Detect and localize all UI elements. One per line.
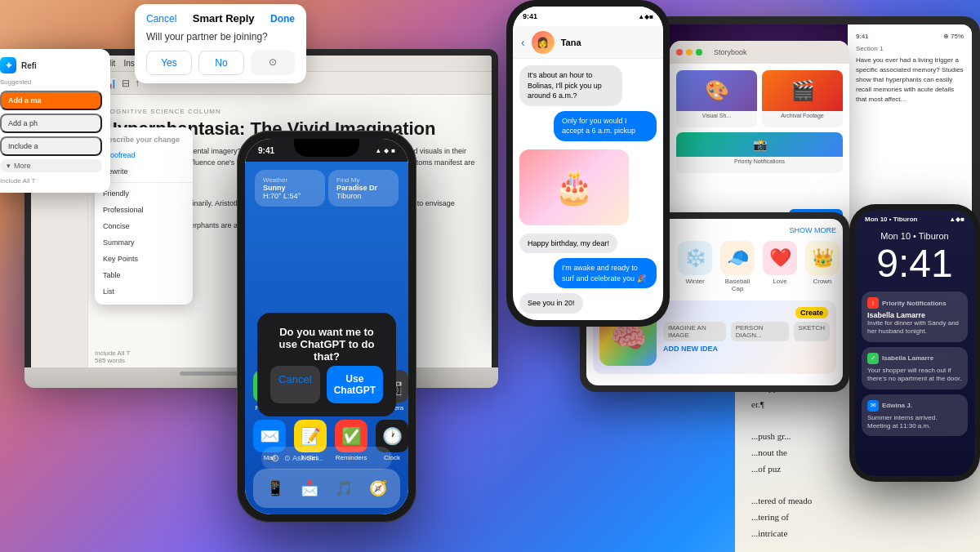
sb-close[interactable] (676, 49, 683, 56)
iphone-msg-screen: 9:41 ▲◆■ ‹ 👩 Tana It's about an hour to … (513, 7, 663, 320)
notif-1-icon: ! (867, 297, 879, 309)
iphone-home-content: Weather Sunny H:70° L:54° Find My Paradi… (245, 162, 408, 514)
home-widgets: Weather Sunny H:70° L:54° Find My Paradi… (253, 170, 400, 210)
wt-list[interactable]: List (95, 283, 193, 300)
ai-suggestion-2[interactable]: Add a ph (0, 114, 102, 133)
dialog-cancel-button[interactable]: Cancel (270, 366, 320, 403)
ai-logo: ✦ (0, 57, 16, 73)
sugg-item-winter[interactable]: ❄️ Winter (678, 241, 712, 292)
iphone-front-statusbar: 9:41 ▲◆■ (245, 139, 408, 162)
dock-phone[interactable]: 📱 (261, 474, 290, 503)
ipad-content-text: Have you ever had a living trigger a spe… (856, 56, 964, 105)
notif-3-icon: ✉ (867, 400, 879, 412)
dock-mail[interactable]: 📩 (295, 474, 324, 503)
wt-friendly[interactable]: Friendly (95, 185, 193, 202)
siri-bar[interactable]: ⊙ ⊙ Ask Siri... (261, 447, 392, 470)
lock-notif-3[interactable]: ✉ Edwina J. Summer interns arrived. Meet… (862, 394, 968, 437)
wt-concise[interactable]: Concise (95, 218, 193, 234)
word-count: Include All T 585 words (95, 349, 130, 364)
sb-item-2-img: 🎬 (762, 70, 843, 111)
contact-avatar: 👩 (532, 31, 555, 54)
ai-suggested-label: Suggested (0, 78, 102, 86)
lock-time: 9:41 (855, 244, 974, 283)
cap-label: Baseball Cap (720, 278, 755, 292)
findmy-location: Paradise Dr (336, 184, 390, 192)
notif-3-body: Summer interns arrived. Meeting at 11:30… (867, 414, 962, 431)
msg-incoming-1: It's about an hour to Bolinas, I'll pick… (519, 65, 622, 106)
ipad-statusbar: 9:41 ⊕ 75% (856, 33, 964, 40)
sr-no-button[interactable]: No (198, 51, 244, 75)
weather-city: Sunny (263, 184, 317, 192)
sr-options: Yes No ⊙ (146, 51, 295, 75)
sb-item-2-label: Archival Footage (762, 111, 843, 120)
imagine-badge[interactable]: IMAGINE AN IMAGE (663, 322, 726, 341)
sb-traffic-lights (676, 49, 702, 56)
smart-reply-panel: Cancel Smart Reply Done Will your partne… (135, 4, 306, 83)
sr-dots-button[interactable]: ⊙ (251, 51, 295, 75)
sugg-item-cap[interactable]: 🧢 Baseball Cap (720, 241, 755, 292)
dialog-buttons: Cancel Use ChatGPT (270, 366, 383, 403)
dialog-confirm-button[interactable]: Use ChatGPT (327, 366, 383, 403)
notif-1-header: ! Priority Notifications (867, 297, 962, 309)
crown-label: Crown (813, 278, 831, 285)
findmy-widget[interactable]: Find My Paradise Dr Tiburon (328, 170, 399, 207)
ipad-section-label: Section 1 (856, 45, 964, 52)
sb-item-3[interactable]: 📸 Priority Notifications (676, 132, 843, 173)
sugg-item-love[interactable]: ❤️ Love (763, 241, 797, 292)
lock-notif-2[interactable]: ✓ Isabella Lamarre Your shopper will rea… (862, 347, 968, 390)
sb-item-3-label: Priority Notifications (676, 157, 843, 166)
sketch-badge[interactable]: SKETCH (794, 322, 830, 341)
table-icon[interactable]: ⊟ (122, 78, 130, 89)
sb-item-2[interactable]: 🎬 Archival Footage (762, 70, 843, 127)
lock-notif-1[interactable]: ! Priority Notifications Isabella Lamarr… (862, 292, 968, 342)
iphone-lock-screen: Mon 10 • Tiburon ▲◆■ Mon 10 • Tiburon 9:… (855, 210, 974, 476)
msg-status-icons: ▲◆■ (638, 13, 653, 20)
notif-1-body: Invite for dinner with Sandy and her hus… (867, 319, 962, 336)
sb-min[interactable] (686, 49, 693, 56)
notif-1-app: Priority Notifications (882, 300, 947, 307)
iphone-front-screen: 9:41 ▲◆■ Weather Sunny H:70° L:54° (245, 139, 408, 514)
sr-cancel-button[interactable]: Cancel (146, 13, 176, 24)
crown-icon: 👑 (805, 241, 840, 275)
notif-3-header: ✉ Edwina J. (867, 400, 962, 412)
wt-table[interactable]: Table (95, 267, 193, 283)
scene:  Pages File Edit Insert Format Arrange … (0, 0, 980, 552)
sugg-item-crown[interactable]: 👑 Crown (805, 241, 840, 292)
msg-header: ‹ 👩 Tana (513, 26, 663, 59)
ai-more-button[interactable]: ▾ More (0, 159, 102, 172)
lock-date: Mon 10 • Tiburon (855, 231, 974, 241)
ai-footer: Include All T (0, 177, 102, 185)
sr-yes-button[interactable]: Yes (146, 51, 192, 75)
sb-toolbar: Storybook (670, 41, 849, 64)
doc-category: COGNITIVE SCIENCE COLUMN (105, 108, 475, 115)
sugg-show-more[interactable]: SHOW MORE (790, 226, 837, 234)
msg-body[interactable]: It's about an hour to Bolinas, I'll pick… (513, 59, 663, 320)
msg-outgoing-2: I'm awake and ready to surf and celebrat… (554, 258, 657, 288)
sb-max[interactable] (696, 49, 702, 56)
ai-suggestion-3[interactable]: Include a (0, 136, 102, 156)
wt-professional[interactable]: Professional (95, 202, 193, 218)
findmy-label: Find My (336, 176, 390, 184)
sb-item-1[interactable]: 🎨 Visual Sh... (676, 70, 757, 127)
ai-panel-header: ✦ Refi (0, 57, 102, 73)
wt-keypoints[interactable]: Key Points (95, 251, 193, 267)
sr-done-button[interactable]: Done (270, 13, 295, 24)
sb-item-1-label: Visual Sh... (676, 111, 757, 120)
dock-music[interactable]: 🎵 (329, 474, 359, 503)
wt-summary[interactable]: Summary (95, 234, 193, 251)
ai-suggestions-panel: ✦ Refi Suggested Add a ma Add a ph Inclu… (0, 49, 110, 193)
sb-title: Storybook (714, 48, 747, 56)
add-new-idea-label[interactable]: ADD NEW IDEA (663, 345, 830, 353)
lock-statusbar: Mon 10 • Tiburon ▲◆■ (855, 210, 974, 228)
dock-safari[interactable]: 🧭 (363, 474, 393, 503)
sugg-create-content: IMAGINE AN IMAGE PERSON DIAGN... SKETCH … (663, 322, 830, 353)
storybook-panel: Storybook 🎨 Visual Sh... 🎬 Archival Foot… (670, 41, 849, 229)
ai-suggestion-1[interactable]: Add a ma (0, 91, 102, 110)
love-label: Love (773, 278, 786, 285)
person-badge[interactable]: PERSON DIAGN... (731, 322, 789, 341)
iphone-msg-frame: 9:41 ▲◆■ ‹ 👩 Tana It's about an hour to … (506, 0, 670, 327)
ipad-battery: ⊕ 75% (943, 33, 964, 40)
weather-widget[interactable]: Weather Sunny H:70° L:54° (255, 170, 325, 207)
back-icon[interactable]: ‹ (521, 36, 525, 49)
iphone-notch (294, 139, 359, 157)
